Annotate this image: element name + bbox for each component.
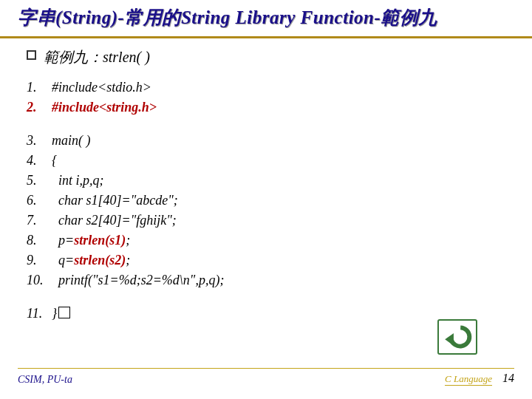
footer-left: CSIM, PU-ta xyxy=(18,374,72,386)
code-line: 8. p=strlen(s1); xyxy=(27,231,510,250)
subheading-row: 範例九：strlen( ) xyxy=(27,47,510,67)
slide-title: 字串(String)-常用的String Library Function-範例… xyxy=(0,0,532,38)
code-line: 3.main( ) xyxy=(27,131,510,151)
code-block: 1.#include<stdio.h> 2.#include<string.h>… xyxy=(27,78,510,324)
code-line: 4.{ xyxy=(27,151,510,171)
code-gap xyxy=(27,117,510,131)
code-line: 7. char s2[40]="fghijk"; xyxy=(27,211,510,231)
code-line: 1.#include<stdio.h> xyxy=(27,78,510,98)
slide-footer: CSIM, PU-ta C Language 14 xyxy=(0,372,532,399)
back-button[interactable] xyxy=(437,319,477,355)
code-line: 5. int i,p,q; xyxy=(27,171,510,191)
footer-rule xyxy=(18,368,514,369)
back-arrow-icon xyxy=(442,324,473,350)
footer-label: C Language xyxy=(445,373,492,386)
code-line: 6. char s1[40]="abcde"; xyxy=(27,191,510,211)
code-line: 9. q=strlen(s2); xyxy=(27,250,510,270)
subheading-text: 範例九：strlen( ) xyxy=(44,47,150,67)
tofu-glyph xyxy=(58,307,70,318)
code-gap xyxy=(27,290,510,304)
svg-marker-0 xyxy=(445,333,454,346)
page-number: 14 xyxy=(502,372,514,385)
checkbox-bullet-icon xyxy=(27,50,36,60)
code-line: 2.#include<string.h> xyxy=(27,98,510,117)
code-line: 10. printf("s1=%d;s2=%d\n",p,q); xyxy=(27,270,510,290)
